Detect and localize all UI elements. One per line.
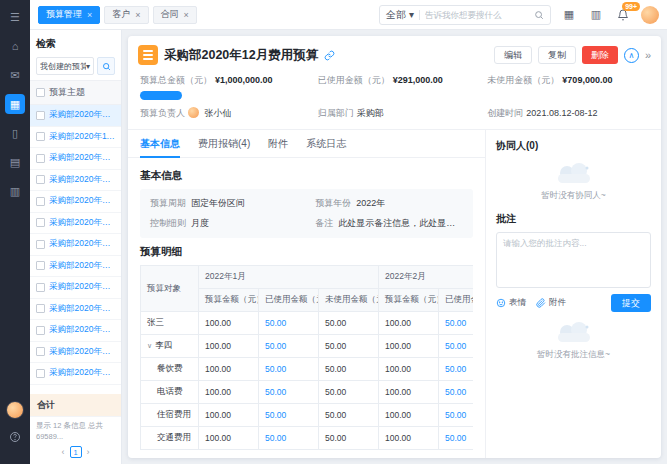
row-value: 50.00 — [319, 381, 379, 404]
list-item[interactable]: 采购部2020年9月费用预算 — [30, 191, 121, 213]
row-value[interactable]: 50.00 — [259, 335, 319, 358]
close-icon[interactable]: × — [184, 10, 189, 20]
row-checkbox[interactable] — [36, 197, 45, 206]
close-icon[interactable]: × — [135, 10, 140, 20]
list-item[interactable]: 采购部2020年4月费用预算 — [30, 342, 121, 364]
search-scope-select[interactable]: 全部 ▾ — [386, 8, 414, 22]
field-value: ¥1,000,000.00 — [215, 75, 273, 85]
basic-info-box: 预算周期固定年份区间预算年份2022年控制细则月度备注此处显示备注信息，此处显示… — [140, 189, 473, 238]
link-icon[interactable] — [324, 50, 335, 61]
row-checkbox[interactable] — [36, 304, 45, 313]
row-checkbox[interactable] — [36, 132, 45, 141]
row-checkbox[interactable] — [36, 175, 45, 184]
row-value[interactable]: 50.00 — [439, 335, 473, 358]
layout-icon[interactable]: ▥ — [587, 6, 605, 24]
row-checkbox[interactable] — [36, 369, 45, 378]
list-item[interactable]: 采购部2020年6月费用预算 — [30, 299, 121, 321]
tab-1[interactable]: 费用报销(4) — [198, 130, 250, 157]
list-item[interactable]: 采购部2020年7月费用预算 — [30, 256, 121, 278]
row-value: 50.00 — [319, 404, 379, 427]
row-value[interactable]: 50.00 — [439, 312, 473, 335]
summary-used: 已使用金额（元）¥291,000.00 — [318, 74, 480, 100]
row-value[interactable]: 50.00 — [259, 312, 319, 335]
row-value[interactable]: 50.00 — [259, 404, 319, 427]
help-icon[interactable] — [5, 427, 25, 447]
list-item[interactable]: 采购部2020年10月份预算 — [30, 148, 121, 170]
row-checkbox[interactable] — [36, 154, 45, 163]
bell-icon[interactable]: 99+ — [614, 6, 632, 24]
field-value: 此处显示备注信息，此处显示备注信息！ — [338, 217, 463, 230]
select-all-checkbox[interactable] — [36, 88, 45, 97]
row-checkbox[interactable] — [36, 111, 45, 120]
attachment-button[interactable]: 附件 — [536, 297, 566, 309]
row-value[interactable]: 50.00 — [439, 381, 473, 404]
tab-2[interactable]: 附件 — [268, 130, 288, 157]
detail-scroll[interactable]: 基本信息 预算周期固定年份区间预算年份2022年控制细则月度备注此处显示备注信息… — [128, 158, 485, 458]
next-page-icon[interactable]: › — [87, 447, 90, 457]
comment-input[interactable] — [496, 232, 651, 288]
home-icon[interactable]: ⌂ — [5, 36, 25, 56]
mobile-icon[interactable]: ▯ — [5, 123, 25, 143]
row-checkbox[interactable] — [36, 218, 45, 227]
archive-icon[interactable]: ▤ — [5, 152, 25, 172]
message-icon[interactable]: ✉ — [5, 65, 25, 85]
edit-button[interactable]: 编辑 — [494, 46, 532, 64]
row-checkbox[interactable] — [36, 326, 45, 335]
row-value: 50.00 — [319, 312, 379, 335]
list-item[interactable]: 采购部2020年9月费用预算 — [30, 213, 121, 235]
expand-panel-icon[interactable]: » — [645, 49, 651, 61]
emoji-button[interactable]: 表情 — [496, 297, 526, 309]
user-avatar[interactable] — [6, 401, 24, 419]
chevron-down-icon[interactable]: ∨ — [147, 342, 152, 349]
grid-icon[interactable]: ▦ — [560, 6, 578, 24]
row-checkbox[interactable] — [36, 261, 45, 270]
row-checkbox[interactable] — [36, 347, 45, 356]
empty-text: 暂时没有批注信息~ — [537, 349, 610, 361]
store-icon[interactable]: ▥ — [5, 181, 25, 201]
tab-0[interactable]: 基本信息 — [140, 130, 180, 157]
delete-button[interactable]: 删除 — [582, 46, 618, 64]
list-item[interactable]: 采购部2020年6月费用预算 — [30, 277, 121, 299]
row-value[interactable]: 50.00 — [259, 358, 319, 381]
list-item[interactable]: 采购部2020年11月费用预算 — [30, 127, 121, 149]
page-number[interactable]: 1 — [70, 446, 82, 458]
col-header: 未使用金额（元） — [319, 289, 379, 312]
list-item[interactable]: 采购部2020年8月费用预算 — [30, 234, 121, 256]
col-group-jan: 2022年1月 — [199, 266, 379, 289]
list-item-label: 采购部2020年8月费用预算 — [49, 238, 115, 250]
budget-list-panel: 检索 我创建的预算 ▾ 预算主题 采购部2020年12 — [30, 30, 122, 464]
close-icon[interactable]: × — [87, 10, 92, 20]
search-icon[interactable] — [534, 10, 544, 20]
row-value[interactable]: 50.00 — [439, 358, 473, 381]
list-item[interactable]: 采购部2020年12月费用预算 — [30, 105, 121, 127]
row-value[interactable]: 50.00 — [259, 381, 319, 404]
section-title-system: 系统信息 — [140, 457, 473, 458]
prev-page-icon[interactable]: ‹ — [62, 447, 65, 457]
row-checkbox[interactable] — [36, 240, 45, 249]
global-search[interactable]: 全部 ▾ — [379, 5, 551, 25]
list-item[interactable]: 采购部2020年10月费用预算 — [30, 170, 121, 192]
apps-icon[interactable]: ▦ — [5, 94, 25, 114]
menu-icon[interactable]: ☰ — [5, 7, 25, 27]
row-value[interactable]: 50.00 — [259, 427, 319, 450]
collapse-circle-button[interactable]: ∧ — [624, 48, 639, 63]
row-checkbox[interactable] — [36, 283, 45, 292]
row-value[interactable]: 50.00 — [439, 404, 473, 427]
budget-detail-card: 采购部2020年12月费用预算 编辑 复制 删除 ∧ » 预算总金额（元）¥1,… — [128, 36, 661, 458]
list-item-label: 采购部2020年10月费用预算 — [49, 174, 115, 186]
search-input[interactable] — [425, 10, 529, 20]
budget-filter-select[interactable]: 我创建的预算 ▾ — [36, 57, 94, 75]
copy-button[interactable]: 复制 — [538, 46, 576, 64]
card-actions: 编辑 复制 删除 ∧ » — [494, 46, 651, 64]
user-avatar-top[interactable] — [641, 6, 659, 24]
submit-comment-button[interactable]: 提交 — [611, 294, 651, 312]
row-value[interactable]: 50.00 — [439, 427, 473, 450]
list-item[interactable]: 采购部2020年3月费用预算 — [30, 363, 121, 385]
tab-3[interactable]: 系统日志 — [306, 130, 346, 157]
list-item[interactable]: 采购部2020年5月费用预算 — [30, 320, 121, 342]
window-tab-0[interactable]: 预算管理× — [38, 6, 100, 24]
row-object: ∨李四 — [141, 335, 199, 358]
window-tab-2[interactable]: 合同× — [153, 6, 197, 24]
list-search-button[interactable] — [97, 57, 115, 75]
window-tab-1[interactable]: 客户× — [104, 6, 148, 24]
